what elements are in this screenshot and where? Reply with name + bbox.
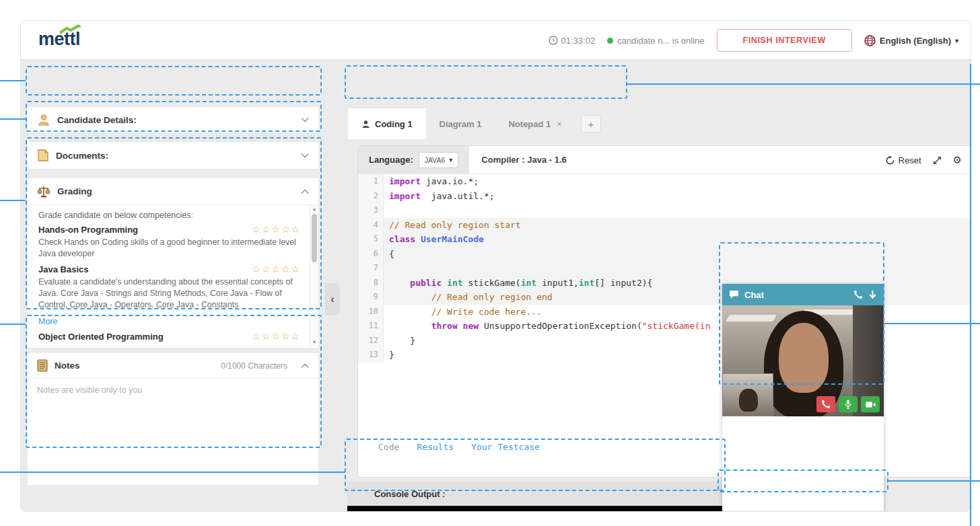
hangup-button[interactable] [816, 396, 835, 412]
candidate-icon [37, 113, 50, 126]
notes-panel: Notes 0/1000 Characters Notes are visibl… [28, 353, 318, 485]
language-group: Language: JAVA6 ▾ [358, 146, 469, 174]
self-video-pip [722, 373, 773, 416]
candidate-details-label: Candidate Details: [57, 115, 137, 125]
language-caret-icon: ▾ [955, 37, 958, 44]
code-line[interactable]: 2import java.util.*; [358, 189, 971, 204]
code-line[interactable]: 3 [358, 203, 971, 218]
star-rating[interactable]: ☆☆☆☆☆ [252, 224, 301, 235]
line-number: 7 [358, 261, 384, 276]
language-selector-value: English (English) [880, 36, 951, 46]
workspace-tabs: Coding 1 Diagram 1 Notepad 1 × + [348, 108, 625, 139]
line-number: 3 [358, 203, 384, 218]
workspace-background: Candidate Details: Documents: [21, 60, 971, 512]
sidebar-collapse-handle[interactable]: ‹ [325, 283, 340, 315]
line-number: 12 [358, 334, 384, 348]
competency-description: Evaluate a candidate's understanding abo… [38, 276, 301, 311]
tab-results[interactable]: Results [417, 442, 454, 452]
notes-char-counter: 0/1000 Characters [221, 361, 287, 371]
camera-icon [866, 401, 876, 408]
chevron-down-icon[interactable] [301, 153, 309, 158]
grading-panel: Grading Grade candidate on below compete… [28, 178, 318, 348]
scrollbar-thumb[interactable] [312, 214, 317, 262]
line-number: 8 [358, 276, 384, 291]
line-number: 10 [358, 305, 384, 320]
grading-content: Grade candidate on below competencies: H… [28, 205, 318, 346]
close-tab-icon[interactable]: × [557, 119, 562, 129]
notes-header[interactable]: Notes 0/1000 Characters [28, 353, 318, 379]
notes-title: Notes [55, 361, 80, 371]
logo-arrow-icon [59, 24, 81, 35]
grading-header[interactable]: Grading [28, 178, 318, 205]
video-controls [816, 396, 880, 412]
call-icon[interactable] [853, 290, 863, 299]
code-line[interactable]: 7 [358, 261, 971, 276]
microphone-button[interactable] [839, 396, 858, 412]
finish-interview-button[interactable]: FINISH INTERVIEW [717, 29, 852, 52]
line-number: 6 [358, 247, 384, 262]
line-number: 9 [358, 290, 384, 305]
more-link[interactable]: More [38, 317, 57, 326]
code-line[interactable]: 5class UserMainCode [358, 232, 971, 247]
timer-value: 01:33:02 [561, 36, 596, 46]
star-rating[interactable]: ☆☆☆☆☆ [252, 264, 301, 274]
grading-title: Grading [57, 186, 92, 196]
competency-row-clipped: Object Oriented Programming ☆☆☆☆☆ [38, 331, 301, 342]
candidate-presence: candidate n... is online [607, 36, 704, 46]
tab-coding-1[interactable]: Coding 1 [348, 108, 426, 139]
line-number: 5 [358, 232, 384, 247]
interview-timer: 01:33:02 [549, 36, 596, 46]
scroll-down-icon[interactable]: ▼ [310, 338, 318, 346]
top-bar: mettl 01:33:02 candidate n... is online [21, 21, 971, 60]
competency-row: Java Basics☆☆☆☆☆ [38, 264, 301, 274]
reset-button[interactable]: Reset [885, 155, 921, 165]
code-line[interactable]: 6{ [358, 247, 971, 262]
top-bar-right: 01:33:02 candidate n... is online FINISH… [549, 21, 958, 60]
chat-title: Chat [744, 290, 848, 300]
camera-button[interactable] [861, 396, 880, 412]
phone-icon [821, 400, 831, 409]
documents-icon [37, 149, 49, 162]
editor-bottom-tabs: Code Results Your Testcase [358, 437, 540, 457]
chat-widget: Chat [722, 284, 884, 512]
online-status-dot [607, 38, 613, 44]
compiler-label: Compiler : Java - 1.6 [481, 155, 566, 165]
chat-input-row [722, 511, 884, 512]
tab-your-testcase[interactable]: Your Testcase [471, 442, 540, 452]
line-number: 1 [358, 174, 384, 189]
settings-gear-icon[interactable]: ⚙ [953, 154, 962, 166]
language-dropdown[interactable]: JAVA6 ▾ [419, 152, 459, 168]
minimize-chat-icon[interactable] [868, 290, 877, 299]
documents-panel[interactable]: Documents: [28, 142, 318, 169]
code-line[interactable]: 4// Read only region start [358, 218, 971, 233]
chevron-up-icon[interactable] [301, 189, 309, 194]
presence-text: candidate n... is online [617, 36, 704, 46]
globe-icon [864, 35, 876, 46]
candidate-video-feed [722, 305, 884, 416]
language-selector[interactable]: English (English) ▾ [864, 35, 958, 46]
page: mettl 01:33:02 candidate n... is online [0, 0, 980, 526]
chevron-down-icon[interactable] [301, 117, 309, 122]
grading-intro: Grade candidate on below competencies: [38, 211, 301, 220]
code-line[interactable]: 1import java.io.*; [358, 174, 971, 189]
tab-code[interactable]: Code [378, 442, 399, 452]
competency-name: Java Basics [38, 264, 252, 274]
line-number: 13 [358, 348, 384, 363]
language-label: Language: [369, 155, 413, 165]
tab-notepad-1[interactable]: Notepad 1 × [495, 108, 575, 139]
chevron-up-icon[interactable] [301, 363, 309, 369]
app-window: mettl 01:33:02 candidate n... is online [20, 20, 971, 512]
scroll-up-icon[interactable]: ▲ [310, 205, 318, 213]
refresh-icon [885, 155, 895, 165]
person-icon [361, 120, 370, 128]
chat-header[interactable]: Chat [722, 284, 884, 305]
star-rating[interactable]: ☆☆☆☆☆ [252, 331, 301, 342]
notes-textarea[interactable]: Notes are visible only to you [28, 379, 318, 402]
add-tab-button[interactable]: + [581, 115, 601, 133]
grading-scrollbar[interactable]: ▲ ▼ [310, 205, 318, 346]
fullscreen-icon[interactable] [932, 155, 942, 165]
mettl-logo: mettl [38, 29, 80, 50]
tab-diagram-1[interactable]: Diagram 1 [426, 108, 495, 139]
candidate-details-panel[interactable]: Candidate Details: [28, 107, 318, 133]
ceiling-light [726, 315, 777, 322]
